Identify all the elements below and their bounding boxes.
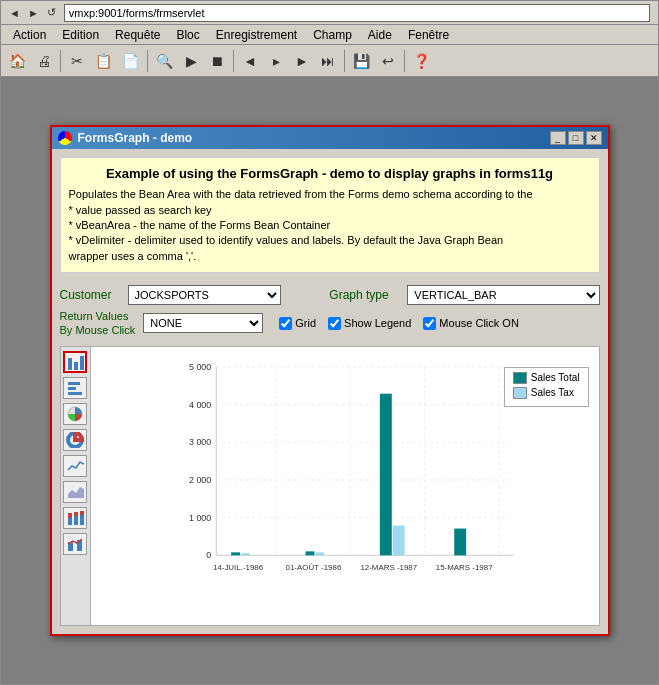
tb-last[interactable]: ⏭ [316,48,340,74]
area-chart-icon[interactable] [63,481,87,503]
svg-text:2 000: 2 000 [188,475,210,485]
svg-text:01-AOÛT -1986: 01-AOÛT -1986 [285,563,341,572]
tb-rollback[interactable]: ↩ [376,48,400,74]
menu-bar: Action Edition Requête Bloc Enregistreme… [1,25,658,45]
legend-checkbox-item: Show Legend [328,317,411,330]
tb-save[interactable]: 💾 [349,48,374,74]
svg-rect-5 [68,392,82,395]
grid-label: Grid [295,317,316,329]
tb-print[interactable]: 🖨 [32,48,56,74]
svg-marker-8 [68,487,84,498]
hbar-chart-icon[interactable] [63,377,87,399]
svg-text:4 000: 4 000 [188,399,210,409]
svg-rect-2 [80,356,84,370]
tb-paste[interactable]: 📄 [118,48,143,74]
return-values-label: Return Values By Mouse Click [60,309,136,338]
tb-help[interactable]: ❓ [409,48,434,74]
checkbox-group: Grid Show Legend Mouse Click ON [279,317,519,330]
back-button[interactable]: ◄ [5,5,24,21]
tb-query[interactable]: 🔍 [152,48,177,74]
forms-win-buttons: _ □ ✕ [550,131,602,145]
browser-frame: ◄ ► ↺ Action Edition Requête Bloc Enregi… [0,0,659,685]
svg-text:5 000: 5 000 [188,362,210,372]
controls-section: Customer JOCKSPORTS Graph type VERTICAL_… [52,281,608,346]
svg-rect-4 [68,387,76,390]
graph-sidebar [61,347,91,625]
legend-color-sales-total [513,372,527,384]
menu-requete[interactable]: Requête [107,26,168,44]
info-title: Example of using the FormsGraph - demo t… [69,166,591,181]
forms-window-title: FormsGraph - demo [78,131,193,145]
mouse-click-checkbox[interactable] [423,317,436,330]
return-values-select[interactable]: NONE [143,313,263,333]
browser-content: FormsGraph - demo _ □ ✕ Example of using… [1,77,658,684]
menu-fenetre[interactable]: Fenêtre [400,26,457,44]
bar-chart-icon[interactable] [63,351,87,373]
svg-rect-11 [74,516,78,525]
info-text: Populates the Bean Area with the data re… [69,187,591,264]
forward-button[interactable]: ► [24,5,43,21]
svg-rect-13 [80,515,84,525]
tb-next-rec[interactable]: ▸ [264,48,288,74]
address-bar[interactable] [64,4,650,22]
tb-home[interactable]: 🏠 [5,48,30,74]
svg-rect-0 [68,358,72,370]
svg-rect-38 [379,393,391,555]
donut-chart-icon[interactable] [63,429,87,451]
svg-rect-1 [74,362,78,370]
graph-type-label: Graph type [329,288,399,302]
stackedbar-chart-icon[interactable] [63,507,87,529]
svg-rect-39 [392,525,404,555]
svg-rect-14 [80,511,84,515]
menu-edition[interactable]: Edition [54,26,107,44]
svg-rect-9 [68,518,72,525]
tb-cancel[interactable]: ⏹ [205,48,229,74]
svg-rect-35 [241,553,250,555]
svg-text:15-MARS -1987: 15-MARS -1987 [435,563,492,572]
menu-aide[interactable]: Aide [360,26,400,44]
pie-chart-icon[interactable] [63,403,87,425]
maximize-button[interactable]: □ [568,131,584,145]
forms-title-text: FormsGraph - demo [58,131,193,145]
graph-type-select[interactable]: VERTICAL_BAR [407,285,599,305]
tb-prev[interactable]: ◄ [238,48,262,74]
mouse-click-checkbox-item: Mouse Click ON [423,317,518,330]
legend-checkbox[interactable] [328,317,341,330]
tb-next[interactable]: ► [290,48,314,74]
chart-legend: Sales Total Sales Tax [504,367,589,407]
chart-container: 5 000 4 000 3 000 2 000 1 000 0 [91,347,599,625]
minimize-button[interactable]: _ [550,131,566,145]
legend-item-sales-tax: Sales Tax [513,387,580,399]
legend-label-sales-tax: Sales Tax [531,387,574,398]
line-chart-icon[interactable] [63,455,87,477]
menu-action[interactable]: Action [5,26,54,44]
info-section: Example of using the FormsGraph - demo t… [60,157,600,273]
mouse-click-label: Mouse Click ON [439,317,518,329]
refresh-button[interactable]: ↺ [43,4,60,21]
control-row-1: Customer JOCKSPORTS Graph type VERTICAL_… [60,285,600,305]
legend-label: Show Legend [344,317,411,329]
browser-nav-bar: ◄ ► ↺ [1,1,658,25]
menu-champ[interactable]: Champ [305,26,360,44]
grid-checkbox[interactable] [279,317,292,330]
tb-cut[interactable]: ✂ [65,48,89,74]
grid-checkbox-item: Grid [279,317,316,330]
tb-exec[interactable]: ▶ [179,48,203,74]
toolbar: 🏠 🖨 ✂ 📋 📄 🔍 ▶ ⏹ ◄ ▸ ► ⏭ 💾 ↩ ❓ [1,45,658,77]
tb-copy[interactable]: 📋 [91,48,116,74]
customer-label: Customer [60,288,120,302]
legend-item-sales-total: Sales Total [513,372,580,384]
menu-bloc[interactable]: Bloc [168,26,207,44]
svg-rect-12 [74,512,78,516]
info-line-2: * vBeanArea - the name of the Forms Bean… [69,218,591,233]
legend-color-sales-tax [513,387,527,399]
svg-rect-34 [231,552,240,555]
forms-titlebar: FormsGraph - demo _ □ ✕ [52,127,608,149]
combo-chart-icon[interactable] [63,533,87,555]
close-button[interactable]: ✕ [586,131,602,145]
graph-area: 5 000 4 000 3 000 2 000 1 000 0 [60,346,600,626]
customer-select[interactable]: JOCKSPORTS [128,285,282,305]
menu-enregistrement[interactable]: Enregistrement [208,26,305,44]
legend-label-sales-total: Sales Total [531,372,580,383]
info-line-3: * vDelimiter - delimiter used to identif… [69,233,591,248]
